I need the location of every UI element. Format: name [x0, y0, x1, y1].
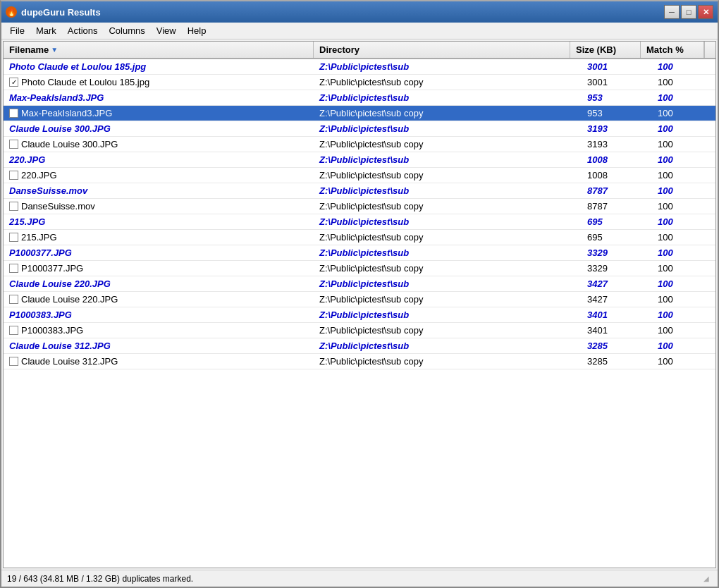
- col-match[interactable]: Match %: [641, 42, 704, 58]
- row-checkbox[interactable]: [9, 357, 18, 366]
- title-bar: 🔥 dupeGuru Results ─ □ ✕: [1, 1, 718, 23]
- cell-filename: 220.JPG: [4, 152, 314, 167]
- cell-directory: Z:\Public\pictest\sub copy: [314, 106, 582, 121]
- main-content: Filename ▼ Directory Size (KB) Match % P…: [3, 41, 716, 568]
- row-checkbox[interactable]: [9, 295, 18, 304]
- row-checkbox[interactable]: [9, 326, 18, 335]
- cell-directory: Z:\Public\pictest\sub copy: [314, 230, 582, 245]
- cell-size: 1008: [582, 168, 652, 183]
- row-checkbox[interactable]: [9, 78, 18, 87]
- cell-filename: DanseSuisse.mov: [4, 199, 314, 214]
- table-row[interactable]: Claude Louise 220.JPGZ:\Public\pictest\s…: [4, 292, 715, 307]
- table-row[interactable]: 220.JPGZ:\Public\pictest\sub1008100: [4, 152, 715, 168]
- menu-actions[interactable]: Actions: [62, 23, 104, 39]
- row-checkbox[interactable]: [9, 264, 18, 273]
- cell-size: 3193: [582, 137, 652, 152]
- cell-filename: 215.JPG: [4, 230, 314, 245]
- table-row[interactable]: Photo Claude et Loulou 185.jpgZ:\Public\…: [4, 75, 715, 90]
- cell-directory: Z:\Public\pictest\sub copy: [314, 354, 582, 369]
- table-body[interactable]: Photo Claude et Loulou 185.jpgZ:\Public\…: [4, 59, 715, 568]
- cell-size: 3193: [582, 121, 652, 136]
- row-checkbox[interactable]: [9, 171, 18, 180]
- table-row[interactable]: P1000377.JPGZ:\Public\pictest\sub copy33…: [4, 261, 715, 276]
- table-row[interactable]: Claude Louise 220.JPGZ:\Public\pictest\s…: [4, 276, 715, 292]
- cell-filename: P1000377.JPG: [4, 245, 314, 260]
- app-icon: 🔥: [6, 6, 17, 18]
- cell-match: 100: [652, 323, 715, 338]
- cell-filename: Max-PeakIsland3.JPG: [4, 106, 314, 121]
- table-row[interactable]: DanseSuisse.movZ:\Public\pictest\sub8787…: [4, 183, 715, 199]
- table-row[interactable]: 215.JPGZ:\Public\pictest\sub695100: [4, 214, 715, 230]
- table-row[interactable]: DanseSuisse.movZ:\Public\pictest\sub cop…: [4, 199, 715, 214]
- cell-size: 953: [582, 106, 652, 121]
- cell-match: 100: [652, 230, 715, 245]
- cell-match: 100: [652, 152, 715, 167]
- cell-size: 3285: [582, 338, 652, 353]
- main-window: 🔥 dupeGuru Results ─ □ ✕ File Mark Actio…: [0, 0, 719, 588]
- cell-directory: Z:\Public\pictest\sub copy: [314, 168, 582, 183]
- col-filename[interactable]: Filename ▼: [4, 42, 314, 58]
- cell-filename: Claude Louise 312.JPG: [4, 338, 314, 353]
- cell-directory: Z:\Public\pictest\sub copy: [314, 137, 582, 152]
- cell-filename: P1000383.JPG: [4, 307, 314, 322]
- cell-match: 100: [652, 214, 715, 229]
- cell-directory: Z:\Public\pictest\sub copy: [314, 292, 582, 307]
- table-row[interactable]: Claude Louise 300.JPGZ:\Public\pictest\s…: [4, 121, 715, 137]
- cell-size: 3427: [582, 276, 652, 291]
- cell-filename: 215.JPG: [4, 214, 314, 229]
- minimize-button[interactable]: ─: [664, 5, 680, 19]
- cell-match: 100: [652, 59, 715, 74]
- table-row[interactable]: Claude Louise 300.JPGZ:\Public\pictest\s…: [4, 137, 715, 152]
- cell-match: 100: [652, 245, 715, 260]
- cell-match: 100: [652, 199, 715, 214]
- row-checkbox[interactable]: [9, 233, 18, 242]
- close-button[interactable]: ✕: [698, 5, 713, 19]
- table-row[interactable]: P1000383.JPGZ:\Public\pictest\sub copy34…: [4, 323, 715, 338]
- table-row[interactable]: Max-PeakIsland3.JPGZ:\Public\pictest\sub…: [4, 90, 715, 106]
- status-text: 19 / 643 (34.81 MB / 1.32 GB) duplicates…: [7, 574, 193, 584]
- menu-help[interactable]: Help: [182, 23, 212, 39]
- menu-mark[interactable]: Mark: [30, 23, 62, 39]
- cell-match: 100: [652, 168, 715, 183]
- cell-match: 100: [652, 338, 715, 353]
- cell-size: 695: [582, 214, 652, 229]
- cell-directory: Z:\Public\pictest\sub: [314, 121, 582, 136]
- cell-filename: Claude Louise 220.JPG: [4, 276, 314, 291]
- table-row[interactable]: P1000383.JPGZ:\Public\pictest\sub3401100: [4, 307, 715, 323]
- cell-size: 3001: [582, 75, 652, 90]
- status-bar: 19 / 643 (34.81 MB / 1.32 GB) duplicates…: [1, 570, 718, 587]
- cell-directory: Z:\Public\pictest\sub copy: [314, 199, 582, 214]
- cell-filename: Claude Louise 220.JPG: [4, 292, 314, 307]
- cell-match: 100: [652, 137, 715, 152]
- menu-view[interactable]: View: [151, 23, 182, 39]
- cell-directory: Z:\Public\pictest\sub: [314, 276, 582, 291]
- row-checkbox[interactable]: [9, 202, 18, 211]
- cell-match: 100: [652, 292, 715, 307]
- table-row[interactable]: Claude Louise 312.JPGZ:\Public\pictest\s…: [4, 338, 715, 354]
- row-checkbox[interactable]: [9, 140, 18, 149]
- table-row[interactable]: Claude Louise 312.JPGZ:\Public\pictest\s…: [4, 354, 715, 369]
- cell-size: 3401: [582, 323, 652, 338]
- menu-columns[interactable]: Columns: [103, 23, 150, 39]
- cell-filename: DanseSuisse.mov: [4, 183, 314, 198]
- table-row[interactable]: 215.JPGZ:\Public\pictest\sub copy695100: [4, 230, 715, 245]
- table-row[interactable]: 220.JPGZ:\Public\pictest\sub copy1008100: [4, 168, 715, 183]
- cell-size: 3427: [582, 292, 652, 307]
- title-bar-buttons: ─ □ ✕: [664, 5, 713, 19]
- table-row[interactable]: P1000377.JPGZ:\Public\pictest\sub3329100: [4, 245, 715, 261]
- col-size[interactable]: Size (KB): [570, 42, 641, 58]
- cell-filename: Claude Louise 312.JPG: [4, 354, 314, 369]
- cell-filename: 220.JPG: [4, 168, 314, 183]
- menu-file[interactable]: File: [4, 23, 30, 39]
- table-row[interactable]: Photo Claude et Loulou 185.jpgZ:\Public\…: [4, 59, 715, 75]
- cell-match: 100: [652, 75, 715, 90]
- cell-match: 100: [652, 307, 715, 322]
- maximize-button[interactable]: □: [681, 5, 696, 19]
- table-row[interactable]: Max-PeakIsland3.JPGZ:\Public\pictest\sub…: [4, 106, 715, 121]
- cell-directory: Z:\Public\pictest\sub: [314, 338, 582, 353]
- cell-directory: Z:\Public\pictest\sub copy: [314, 75, 582, 90]
- col-directory[interactable]: Directory: [314, 42, 570, 58]
- cell-size: 3401: [582, 307, 652, 322]
- row-checkbox[interactable]: [9, 109, 18, 118]
- window-title: dupeGuru Results: [21, 7, 101, 18]
